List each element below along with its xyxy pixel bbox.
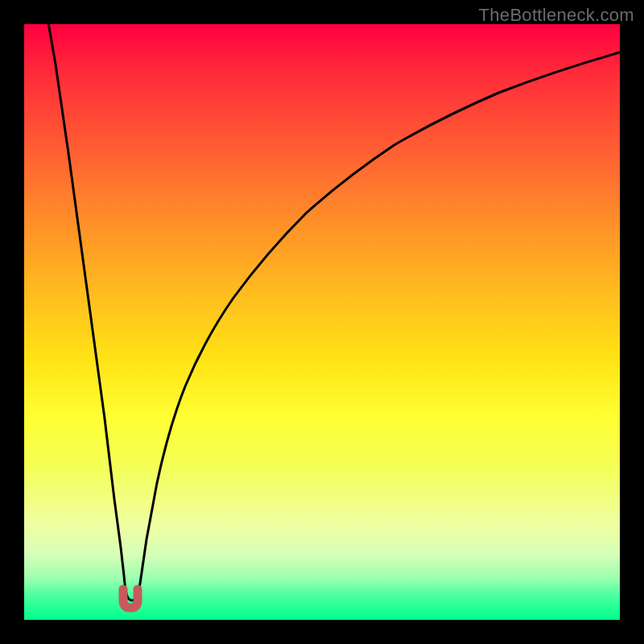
chart-frame: TheBottleneck.com bbox=[0, 0, 644, 644]
curve-svg bbox=[24, 24, 620, 620]
brand-watermark: TheBottleneck.com bbox=[479, 5, 634, 26]
bottleneck-curve bbox=[40, 24, 620, 601]
minimum-marker-icon bbox=[123, 589, 138, 608]
plot-area bbox=[24, 24, 620, 620]
